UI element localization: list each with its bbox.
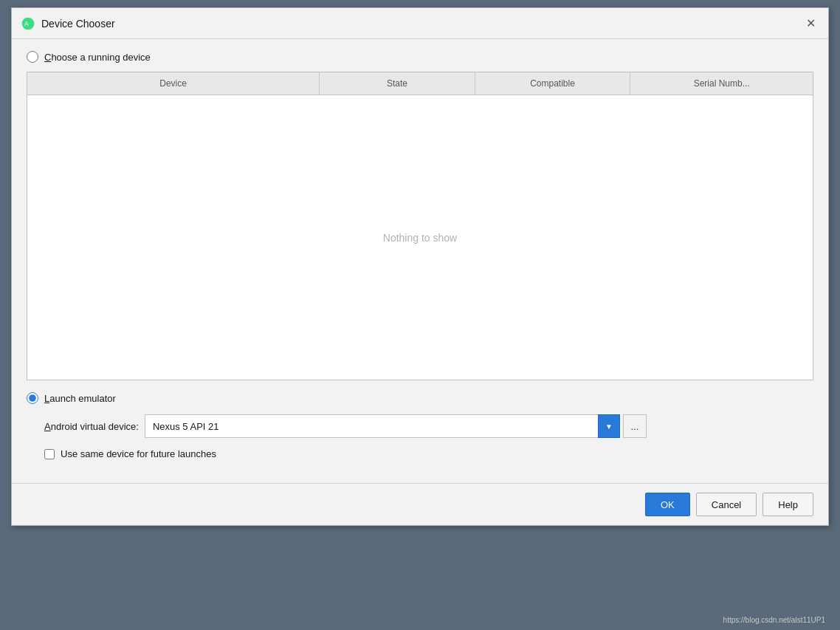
- avd-label: Android virtual device:: [44, 421, 139, 432]
- launch-emulator-row: Launch emulator: [27, 392, 813, 404]
- dialog-footer: OK Cancel Help: [12, 483, 828, 525]
- avd-row: Android virtual device: ▼ ...: [27, 414, 813, 438]
- choose-running-device-label[interactable]: Choose a running device: [44, 52, 151, 63]
- launch-emulator-label[interactable]: Launch emulator: [44, 393, 116, 404]
- column-serial: Serial Numb...: [630, 72, 813, 95]
- svg-text:A: A: [24, 20, 29, 27]
- help-button[interactable]: Help: [762, 493, 813, 516]
- bg-hint: https://blog.csdn.net/alst11UP1: [723, 616, 825, 624]
- title-left: A Device Chooser: [21, 16, 115, 31]
- table-body: Nothing to show: [27, 95, 813, 380]
- table-header: Device State Compatible Serial Numb...: [27, 72, 813, 95]
- cancel-button[interactable]: Cancel: [696, 493, 757, 516]
- avd-ellipsis-button[interactable]: ...: [623, 414, 647, 438]
- title-bar: A Device Chooser ✕: [12, 8, 828, 39]
- same-device-checkbox[interactable]: [44, 449, 55, 459]
- close-button[interactable]: ✕: [802, 15, 819, 32]
- avd-dropdown-button[interactable]: ▼: [598, 414, 620, 438]
- dialog-title: Device Chooser: [41, 18, 115, 30]
- android-icon: A: [21, 16, 35, 31]
- avd-input[interactable]: [145, 414, 598, 438]
- ok-button[interactable]: OK: [645, 493, 690, 516]
- device-table: Device State Compatible Serial Numb... N…: [27, 72, 813, 380]
- empty-message: Nothing to show: [383, 232, 457, 244]
- device-chooser-dialog: A Device Chooser ✕ Choose a running devi…: [11, 7, 829, 526]
- same-device-label[interactable]: Use same device for future launches: [61, 448, 216, 459]
- column-device: Device: [27, 72, 320, 95]
- column-compatible: Compatible: [475, 72, 631, 95]
- choose-running-device-radio[interactable]: [27, 51, 38, 63]
- column-state: State: [320, 72, 475, 95]
- dialog-content: Choose a running device Device State Com…: [12, 39, 828, 483]
- same-device-checkbox-row: Use same device for future launches: [27, 448, 813, 459]
- avd-dropdown-container: ▼ ...: [145, 414, 647, 438]
- choose-running-device-row: Choose a running device: [27, 51, 813, 63]
- launch-emulator-radio[interactable]: [27, 392, 38, 404]
